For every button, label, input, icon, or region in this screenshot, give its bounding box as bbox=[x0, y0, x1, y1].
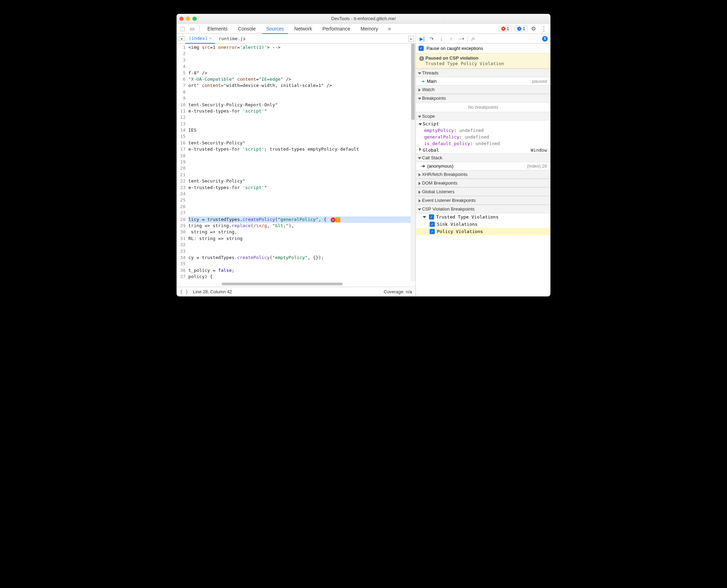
scope-var: is_default_policy: undefined bbox=[416, 140, 550, 147]
csp-trusted-type[interactable]: ✓Trusted Type Violations bbox=[416, 213, 550, 221]
checkbox-icon[interactable]: ✓ bbox=[430, 229, 435, 234]
csp-violation-header[interactable]: CSP Violation Breakpoints bbox=[416, 205, 550, 213]
breakpoints-empty: No breakpoints bbox=[416, 103, 550, 112]
watch-header[interactable]: Watch bbox=[416, 85, 550, 94]
cursor-position: Line 28, Column 42 bbox=[193, 289, 232, 294]
line-gutter: 1234567891011121314151617181920212223242… bbox=[177, 44, 188, 281]
breakpoints-header[interactable]: Breakpoints bbox=[416, 94, 550, 103]
dom-breakpoints-header[interactable]: DOM Breakpoints bbox=[416, 179, 550, 187]
pretty-print-icon[interactable]: { } bbox=[180, 289, 188, 294]
checkbox-icon[interactable]: ✓ bbox=[430, 222, 435, 227]
tab-performance[interactable]: Performance bbox=[318, 24, 354, 34]
step-out-icon[interactable]: ↑ bbox=[448, 36, 455, 42]
callstack-frame[interactable]: ➔ (anonymous) (index):28 bbox=[416, 162, 550, 170]
devtools-window: DevTools - tt-enforced.glitch.me/ ⬚ ▭ El… bbox=[177, 14, 550, 296]
csp-policy[interactable]: ✓Policy Violations bbox=[416, 228, 550, 235]
checkbox-icon[interactable]: ✓ bbox=[419, 46, 424, 51]
thread-main-row[interactable]: ➔ Main paused bbox=[416, 77, 550, 85]
debugger-sidebar: ✓ Pause on caught exceptions iPaused on … bbox=[415, 44, 550, 296]
file-tab-index[interactable]: (index)✕ bbox=[185, 34, 215, 44]
tab-sources[interactable]: Sources bbox=[262, 24, 288, 34]
navigator-toggle-icon[interactable]: ▸ bbox=[179, 36, 185, 41]
separator bbox=[199, 26, 200, 32]
paused-banner: iPaused on CSP violation Trusted Type Po… bbox=[416, 53, 550, 69]
more-tabs-icon[interactable]: » bbox=[384, 26, 394, 32]
close-icon[interactable]: ✕ bbox=[209, 36, 212, 41]
step-into-icon[interactable]: ↓ bbox=[438, 36, 445, 42]
kebab-icon[interactable]: ⋮ bbox=[539, 25, 548, 33]
device-toggle-icon[interactable]: ▭ bbox=[188, 26, 196, 32]
scope-script[interactable]: Script bbox=[416, 121, 550, 127]
current-frame-icon: ➔ bbox=[421, 163, 425, 169]
current-thread-icon: ➔ bbox=[421, 79, 425, 84]
main-tabbar: ⬚ ▭ Elements Console Sources Network Per… bbox=[177, 24, 550, 34]
mac-titlebar: DevTools - tt-enforced.glitch.me/ bbox=[177, 14, 550, 24]
debugger-toolbar: ▶| ↷ ↓ ↑ →• ⁄◦ II bbox=[415, 34, 550, 44]
pause-exceptions-icon[interactable]: II bbox=[542, 36, 548, 42]
scope-header[interactable]: Scope bbox=[416, 112, 550, 121]
status-bar: { } Line 28, Column 42 Coverage: n/a bbox=[177, 287, 415, 296]
csp-sink[interactable]: ✓Sink Violations bbox=[416, 221, 550, 228]
resume-icon[interactable]: ▶| bbox=[419, 36, 425, 42]
code-editor: 1234567891011121314151617181920212223242… bbox=[177, 44, 415, 296]
event-listener-bp-header[interactable]: Event Listener Breakpoints bbox=[416, 196, 550, 205]
scope-var: emptyPolicy: undefined bbox=[416, 127, 550, 134]
tab-console[interactable]: Console bbox=[234, 24, 260, 34]
gear-icon[interactable]: ⚙ bbox=[531, 25, 536, 32]
scope-var: generalPolicy: undefined bbox=[416, 134, 550, 140]
tab-elements[interactable]: Elements bbox=[203, 24, 232, 34]
inspect-icon[interactable]: ⬚ bbox=[179, 26, 186, 32]
window-title: DevTools - tt-enforced.glitch.me/ bbox=[177, 16, 550, 21]
xhr-breakpoints-header[interactable]: XHR/fetch Breakpoints bbox=[416, 170, 550, 179]
scope-global[interactable]: GlobalWindow bbox=[416, 147, 550, 153]
step-over-icon[interactable]: ↷ bbox=[428, 36, 435, 42]
threads-header[interactable]: Threads bbox=[416, 69, 550, 77]
checkbox-icon[interactable]: ✓ bbox=[429, 214, 434, 220]
global-listeners-header[interactable]: Global Listeners bbox=[416, 187, 550, 196]
pause-caught-row[interactable]: ✓ Pause on caught exceptions bbox=[416, 44, 550, 53]
error-badge[interactable]: ✕1 bbox=[499, 26, 512, 32]
file-tabbar: ▸ (index)✕ runtime.js ▸ bbox=[177, 34, 415, 44]
tab-network[interactable]: Network bbox=[290, 24, 316, 34]
tab-memory[interactable]: Memory bbox=[357, 24, 383, 34]
file-tab-runtime[interactable]: runtime.js bbox=[215, 34, 249, 44]
callstack-header[interactable]: Call Stack bbox=[416, 153, 550, 162]
messages-badge[interactable]: ≡1 bbox=[515, 26, 528, 32]
vertical-scrollbar[interactable] bbox=[411, 44, 415, 281]
code-lines[interactable]: <img src=1 onerror='alert(1)'> -->f-8" /… bbox=[188, 44, 415, 281]
deactivate-breakpoints-icon[interactable]: ⁄◦ bbox=[470, 36, 477, 42]
run-snippet-icon[interactable]: ▸ bbox=[409, 36, 414, 42]
coverage-label: Coverage: n/a bbox=[384, 289, 412, 294]
horizontal-scrollbar[interactable] bbox=[177, 281, 415, 287]
step-icon[interactable]: →• bbox=[457, 36, 464, 42]
